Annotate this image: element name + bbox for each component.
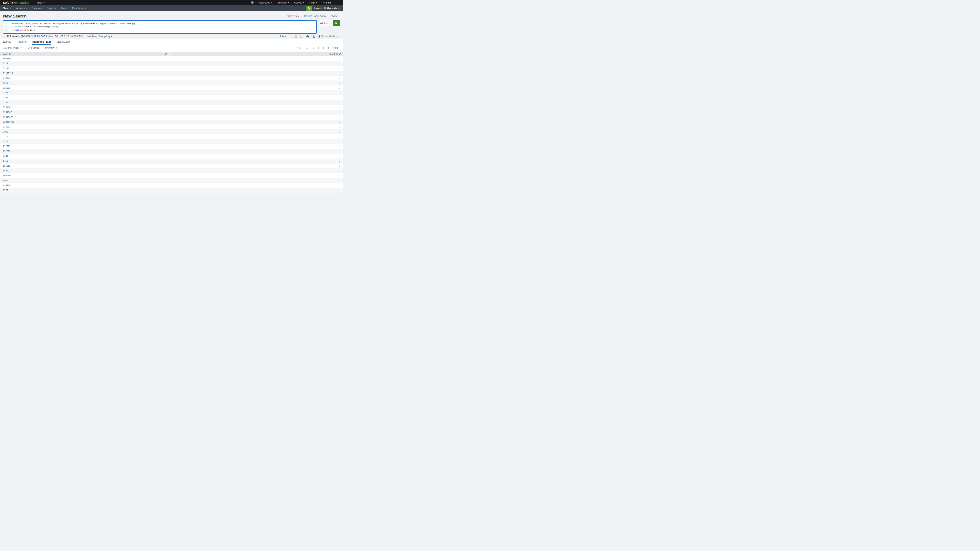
count-cell-link[interactable]: 1: [169, 126, 343, 128]
apps-menu[interactable]: Apps▼: [37, 1, 45, 4]
column-header-count[interactable]: count: [170, 53, 343, 55]
tab-visualization[interactable]: Visualization: [56, 39, 71, 44]
format-menu[interactable]: Format: [27, 46, 39, 49]
pass-cell-link[interactable]: 5150: [0, 160, 169, 162]
pass-cell-link[interactable]: 666666: [0, 175, 169, 177]
per-page-menu[interactable]: 100 Per Page▼: [3, 46, 22, 49]
count-cell-link[interactable]: 1: [169, 150, 343, 152]
current-app[interactable]: > Search & Reporting: [307, 5, 343, 11]
count-cell-link[interactable]: 1: [169, 131, 343, 133]
preview-menu[interactable]: Preview▼: [45, 46, 57, 49]
stop-button[interactable]: [295, 35, 297, 38]
close-button[interactable]: Close: [331, 15, 338, 18]
count-cell-link[interactable]: 1: [169, 97, 343, 99]
count-cell-link[interactable]: 1: [169, 160, 343, 162]
count-cell-link[interactable]: 1: [169, 155, 343, 157]
count-cell-link[interactable]: 1: [169, 189, 343, 191]
next-page-button[interactable]: Next ›: [332, 46, 339, 49]
tab-events[interactable]: Events: [3, 39, 11, 44]
count-cell-link[interactable]: 1: [169, 77, 343, 79]
pass-cell-link[interactable]: 1111: [0, 62, 169, 65]
count-cell-link[interactable]: 1: [169, 67, 343, 70]
page-number-2[interactable]: 2: [313, 46, 314, 49]
count-cell-link[interactable]: 1: [169, 145, 343, 148]
appnav-analytics[interactable]: Analytics: [14, 5, 29, 11]
search-query-text[interactable]: index=botsv1 dest_ip=192.168.250.70 sour…: [9, 21, 135, 33]
page-number-3[interactable]: 3: [318, 46, 319, 49]
create-table-view-button[interactable]: Create Table View: [304, 15, 326, 18]
export-button[interactable]: [312, 35, 315, 38]
format-column-button[interactable]: [339, 53, 341, 55]
search-button[interactable]: [333, 20, 340, 26]
count-cell-link[interactable]: 1: [169, 82, 343, 84]
pass-cell-link[interactable]: 12345678: [0, 116, 169, 118]
sort-icon[interactable]: [336, 53, 338, 55]
pass-cell-link[interactable]: 2000: [0, 131, 169, 133]
pass-cell-link[interactable]: 654321: [0, 170, 169, 172]
pass-cell-link[interactable]: 7777: [0, 189, 169, 191]
pass-cell-link[interactable]: 1234567: [0, 111, 169, 113]
pass-cell-link[interactable]: 1234: [0, 97, 169, 99]
tab-statistics[interactable]: Statistics (412): [32, 39, 51, 44]
appnav-alerts[interactable]: Alerts: [58, 5, 70, 11]
sort-icon[interactable]: [9, 53, 11, 55]
event-sampling-menu[interactable]: No Event Sampling▼: [87, 35, 113, 38]
pass-cell-link[interactable]: 121212: [0, 87, 169, 89]
count-cell-link[interactable]: 1: [169, 62, 343, 65]
search-mode-menu[interactable]: Smart Mode▼: [318, 35, 338, 38]
pass-cell-link[interactable]: 12345: [0, 102, 169, 104]
appnav-search[interactable]: Search: [3, 5, 14, 11]
page-number-1[interactable]: 1: [305, 46, 309, 50]
format-column-button[interactable]: [165, 53, 167, 55]
pause-button[interactable]: [290, 35, 291, 38]
appnav-dashboards[interactable]: Dashboards: [70, 5, 89, 11]
pass-cell-link[interactable]: 6969: [0, 179, 169, 182]
count-cell-link[interactable]: 1: [169, 72, 343, 74]
column-header-pass[interactable]: pass: [0, 53, 169, 55]
count-cell-link[interactable]: 1: [169, 184, 343, 186]
save-as-button[interactable]: Save As▼: [287, 15, 299, 18]
page-number-4[interactable]: 4: [323, 46, 324, 49]
find-input[interactable]: Find: [322, 1, 341, 5]
tab-patterns[interactable]: Patterns: [17, 39, 27, 44]
count-cell-link[interactable]: 1: [169, 106, 343, 108]
appnav-datasets[interactable]: Datasets: [29, 5, 44, 11]
share-button[interactable]: [300, 35, 303, 38]
pass-cell-link[interactable]: 4444: [0, 155, 169, 157]
count-cell-link[interactable]: 1: [169, 111, 343, 113]
pass-cell-link[interactable]: 111111: [0, 67, 169, 70]
count-cell-link[interactable]: 1: [169, 102, 343, 104]
activity-menu[interactable]: Activity▼: [294, 1, 304, 4]
pass-cell-link[interactable]: 123456: [0, 106, 169, 108]
count-cell-link[interactable]: 1: [169, 116, 343, 118]
pass-cell-link[interactable]: 131313: [0, 126, 169, 128]
pass-cell-link[interactable]: 2112: [0, 135, 169, 138]
pass-cell-link[interactable]: 000000: [0, 57, 169, 60]
count-cell-link[interactable]: 1: [169, 165, 343, 167]
search-query-editor[interactable]: 123 index=botsv1 dest_ip=192.168.250.70 …: [3, 20, 317, 34]
splunk-logo[interactable]: splunk>enterprise: [3, 1, 29, 5]
count-cell-link[interactable]: 1: [169, 121, 343, 123]
count-cell-link[interactable]: 1: [169, 92, 343, 94]
pass-cell-link[interactable]: 123456789: [0, 121, 169, 123]
pass-cell-link[interactable]: 696969: [0, 184, 169, 186]
pass-cell-link[interactable]: 112233: [0, 77, 169, 79]
pass-cell-link[interactable]: 555555: [0, 165, 169, 167]
pass-cell-link[interactable]: 2222: [0, 140, 169, 143]
count-cell-link[interactable]: 1: [169, 170, 343, 172]
job-menu[interactable]: Job▼: [279, 35, 286, 38]
count-cell-link[interactable]: 1: [169, 175, 343, 177]
help-menu[interactable]: Help▼: [309, 1, 317, 4]
time-range-picker[interactable]: All time▼: [318, 20, 333, 26]
messages-menu[interactable]: Messages▼: [255, 1, 272, 4]
page-number-5[interactable]: 5: [328, 46, 329, 49]
settings-menu[interactable]: Settings▼: [278, 1, 289, 4]
count-cell-link[interactable]: 1: [169, 57, 343, 60]
pass-cell-link[interactable]: 123123: [0, 92, 169, 94]
pass-cell-link[interactable]: 1212: [0, 82, 169, 84]
print-button[interactable]: [306, 35, 309, 38]
pass-cell-link[interactable]: 11111111: [0, 72, 169, 74]
count-cell-link[interactable]: 1: [169, 179, 343, 182]
count-cell-link[interactable]: 1: [169, 87, 343, 89]
count-cell-link[interactable]: 1: [169, 140, 343, 143]
